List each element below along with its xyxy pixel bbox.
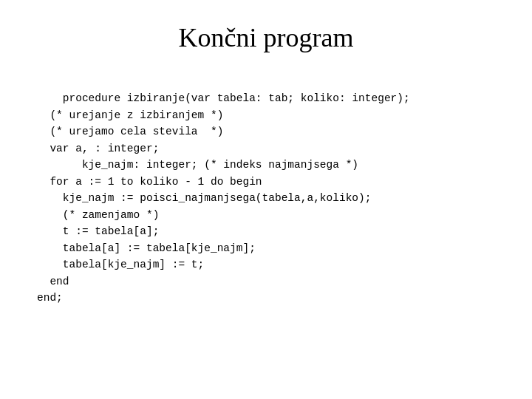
code-line-6: for a := 1 to koliko - 1 do begin [37,176,262,188]
code-line-9: t := tabela[a]; [37,225,159,237]
code-line-10: tabela[a] := tabela[kje_najm]; [37,242,256,254]
code-line-3: (* urejamo cela stevila *) [37,126,223,137]
page: Končni program procedure izbiranje(var t… [0,0,532,399]
code-line-11: tabela[kje_najm] := t; [37,259,204,270]
code-line-2: (* urejanje z izbiranjem *) [37,109,223,121]
code-line-4: var a, : integer; [37,143,159,154]
code-block: procedure izbiranje(var tabela: tab; kol… [37,74,410,323]
code-line-5: kje_najm: integer; (* indeks najmanjsega… [37,159,358,171]
code-line-1: procedure izbiranje(var tabela: tab; kol… [63,92,410,104]
code-line-8: (* zamenjamo *) [37,209,159,221]
code-line-12: end [37,276,69,287]
code-line-13: end; [37,292,63,304]
page-title: Končni program [179,22,354,53]
code-line-7: kje_najm := poisci_najmanjsega(tabela,a,… [37,192,371,204]
